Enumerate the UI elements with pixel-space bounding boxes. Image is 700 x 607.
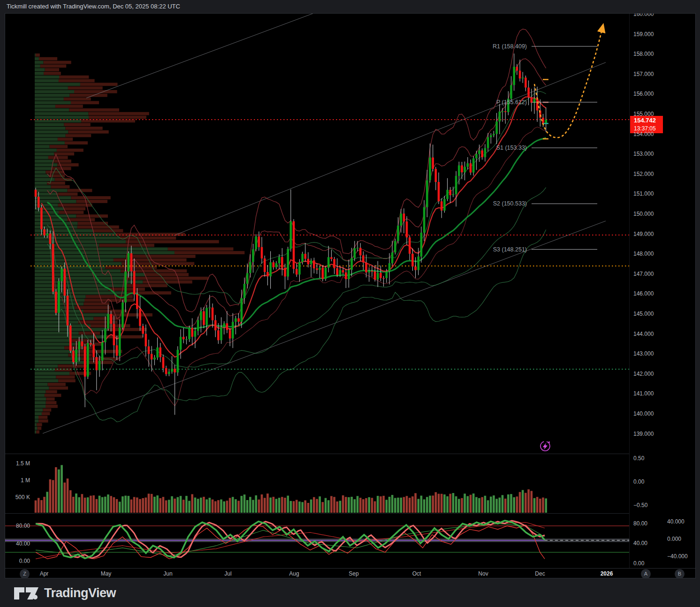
- volume-bar: [249, 497, 251, 513]
- volume-bar: [403, 497, 405, 513]
- candle-body: [313, 260, 315, 268]
- volume-bar: [75, 493, 77, 513]
- volume-bar: [423, 500, 426, 513]
- volume-bar: [490, 497, 492, 513]
- volume-bar: [35, 501, 37, 513]
- volume-pane[interactable]: 1.5 M1 M500 K: [5, 454, 629, 513]
- volume-bar: [133, 497, 136, 513]
- timezone-button[interactable]: Z: [20, 569, 30, 578]
- price-tick-label: 160.000: [633, 14, 654, 17]
- projection-arrow-annotation[interactable]: [534, 28, 602, 137]
- stochastic-pane[interactable]: 80.0040.000.00: [5, 513, 629, 568]
- price-pane[interactable]: R1 (158.409)P (155.612)S1 (153.33)S2 (15…: [5, 14, 629, 454]
- stoch-right-scale-label: 40.00: [633, 540, 647, 546]
- volume-bar: [153, 497, 156, 513]
- volume-profile-buy-bar: [35, 149, 57, 152]
- candle-body: [69, 326, 72, 351]
- volume-profile-sell-bar: [64, 207, 85, 211]
- volume-bar: [330, 496, 333, 513]
- candle-body: [290, 221, 292, 249]
- trendline[interactable]: [174, 62, 606, 235]
- volume-profile-sell-bar: [125, 277, 208, 280]
- volume-bar: [388, 497, 391, 513]
- candle-body: [122, 303, 124, 328]
- price-scale-axis[interactable]: 154.742 13:37:05 160.000159.000158.00015…: [629, 14, 696, 568]
- scale-b-button[interactable]: B: [675, 569, 685, 578]
- volume-bar: [452, 493, 455, 513]
- flash-icon-bolt: [543, 443, 548, 450]
- candle-body: [229, 330, 231, 339]
- candle-body: [330, 257, 333, 259]
- volume-bar: [214, 501, 217, 513]
- candle-body: [362, 255, 365, 262]
- price-tick-label: 146.000: [633, 290, 654, 297]
- candle-body: [90, 343, 92, 344]
- volume-profile-sell-bar: [80, 83, 118, 86]
- volume-profile-sell-bar: [38, 419, 48, 423]
- volume-profile-sell-bar: [46, 401, 57, 404]
- volume-bar: [119, 502, 121, 513]
- volume-profile-sell-bar: [145, 273, 189, 276]
- volume-bar: [377, 496, 379, 513]
- candle-body: [81, 341, 84, 346]
- volume-profile-buy-bar: [35, 430, 36, 433]
- time-axis-label-sep: Sep: [349, 570, 358, 577]
- stoch-outer-scale-label: −40.000: [667, 553, 688, 560]
- volume-profile-sell-bar: [126, 255, 196, 258]
- volume-bar: [298, 501, 301, 513]
- volume-bar: [252, 500, 254, 513]
- candle-body: [449, 190, 451, 195]
- candle-body: [226, 323, 228, 330]
- volume-profile-buy-bar: [35, 79, 59, 83]
- candle-body: [40, 208, 43, 229]
- volume-profile-buy-bar: [35, 137, 58, 141]
- volume-profile-sell-bar: [45, 68, 60, 71]
- tradingview-logo[interactable]: TradingView: [14, 584, 116, 601]
- candle-body: [203, 311, 205, 325]
- volume-profile-sell-bar: [65, 141, 88, 144]
- volume-profile-sell-bar: [69, 108, 119, 112]
- scale-a-button[interactable]: A: [641, 569, 651, 578]
- candle-body: [104, 329, 107, 342]
- volume-bar: [325, 498, 327, 513]
- candle-body: [446, 190, 449, 199]
- volume-profile-buy-bar: [35, 258, 114, 262]
- volume-bar: [481, 497, 483, 513]
- volume-profile-buy-bar: [35, 342, 75, 346]
- volume-bar: [264, 498, 266, 513]
- candle-body: [235, 319, 237, 322]
- price-tick-label: 151.000: [633, 190, 654, 197]
- volume-profile-sell-bar: [78, 222, 108, 225]
- volume-profile-sell-bar: [56, 375, 75, 379]
- volume-bar: [205, 500, 208, 513]
- candle-body: [499, 112, 501, 121]
- volume-profile-sell-bar: [66, 134, 91, 137]
- volume-profile-sell-bar: [58, 364, 87, 368]
- volume-profile-sell-bar: [106, 335, 143, 339]
- pivot-label: S2 (150.533): [493, 200, 527, 207]
- volume-right-scale-label: 0.50: [633, 455, 644, 462]
- volume-bar: [290, 501, 292, 513]
- stoch-outer-scale-label: 0.000: [667, 536, 681, 542]
- candle-body: [165, 368, 167, 374]
- volume-profile-buy-bar: [35, 372, 69, 375]
- volume-bar: [183, 500, 185, 513]
- candle-body: [310, 260, 312, 264]
- volume-bar: [46, 492, 48, 513]
- tradingview-logo-icon: [14, 584, 38, 601]
- volume-bar: [519, 492, 521, 513]
- candle-body: [490, 135, 492, 137]
- candle-body: [470, 163, 472, 173]
- candle-body: [522, 77, 524, 78]
- volume-profile-buy-bar: [35, 98, 64, 101]
- candle-body: [64, 269, 66, 296]
- volume-profile-buy-bar: [35, 251, 175, 254]
- volume-profile-sell-bar: [59, 79, 95, 83]
- time-scale-axis[interactable]: Z A B AprMayJunJulAugSepOctNovDec2026: [5, 568, 696, 578]
- volume-profile-buy-bar: [35, 127, 66, 130]
- volume-profile-buy-bar: [35, 152, 54, 156]
- trendline[interactable]: [86, 14, 314, 98]
- volume-bar: [180, 496, 182, 513]
- volume-bar: [507, 494, 510, 513]
- time-axis-label-2026: 2026: [601, 570, 613, 577]
